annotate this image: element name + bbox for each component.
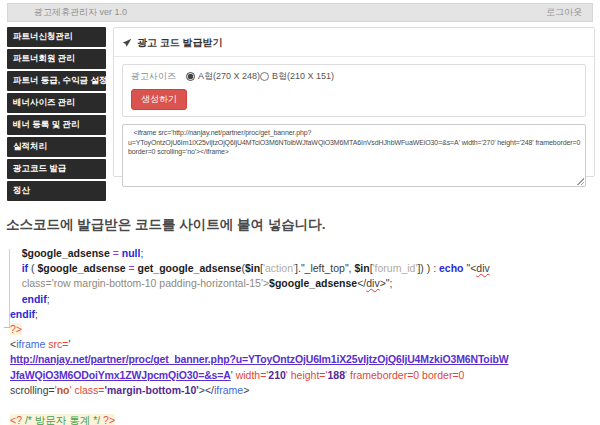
code-token: $google_adsense	[269, 277, 357, 289]
code-token	[10, 247, 22, 259]
code-line: JfaWQiO3M6ODoiYmx1ZWJpcmQiO30=&s=A' widt…	[10, 368, 600, 383]
code-line: <iframe src='	[10, 337, 600, 352]
code-line: scrolling='no' class='margin-bottom-10'>…	[10, 383, 600, 398]
code-token	[10, 262, 22, 274]
code-token: >	[243, 384, 249, 396]
code-line: $google_adsense = null;	[10, 246, 600, 261]
code-link[interactable]: JfaWQiO3M6ODoiYmx1ZWJpcmQiO30=&s=A	[10, 369, 231, 381]
panel-title: 광고 코드 발급받기	[122, 36, 586, 50]
code-token: 'forum_id'	[373, 262, 418, 274]
code-token: class=	[74, 384, 104, 396]
code-token	[10, 277, 22, 289]
code-token	[10, 399, 13, 411]
content-panel: 광고 코드 발급받기 광고사이즈 A형(270 X 248) B형(210 X …	[113, 27, 595, 177]
radio-size-b-label: B형(210 X 151)	[272, 70, 334, 83]
code-token: $google_adsense	[22, 247, 110, 259]
sidebar-item[interactable]: 광고코드 발급	[7, 159, 106, 179]
code-token: scrolling=	[10, 384, 55, 396]
resize-grip-icon[interactable]	[576, 177, 584, 185]
sidebar-item[interactable]: 파트너신청관리	[7, 27, 106, 47]
sidebar: 파트너신청관리파트너회원 관리파트너 등급, 수익금 설정배너사이즈 관리배너 …	[7, 27, 106, 203]
code-line: <? /* 방문자 통계 */ ?>	[10, 413, 600, 425]
code-token: ?>	[10, 323, 22, 335]
code-token: iframe	[214, 384, 243, 396]
code-token: ;	[35, 308, 38, 320]
code-token: </	[357, 277, 366, 289]
code-line	[10, 398, 600, 413]
code-token: /*	[25, 414, 35, 425]
divider	[114, 56, 594, 57]
code-token: iframe	[16, 338, 45, 350]
logout-link[interactable]: 로그아웃	[546, 6, 582, 19]
code-token: 통계	[69, 414, 90, 425]
code-token: ]) ) :	[417, 262, 439, 274]
code-token: 188	[328, 369, 346, 381]
code-token: <?	[10, 414, 25, 425]
code-token	[10, 293, 22, 305]
code-token: ;	[140, 247, 143, 259]
code-line: ?>	[10, 322, 600, 337]
code-line: endif;	[10, 307, 600, 322]
code-token: $google_adsense	[37, 262, 125, 274]
code-token: ></	[199, 384, 214, 396]
code-token: ]."_left_top",	[295, 262, 354, 274]
code-token: src=	[48, 338, 68, 350]
fold-dash-icon	[4, 327, 10, 328]
code-token: 'margin-bottom-10'	[105, 384, 199, 396]
instruction-text: 소스코드에 발급받은 코드를 사이트에 붙여 넣습니다.	[6, 216, 600, 234]
code-token: ?>	[100, 414, 115, 425]
source-code: $google_adsense = null; if ( $google_ads…	[10, 246, 600, 425]
sidebar-item[interactable]: 배너사이즈 관리	[7, 93, 106, 113]
code-token: null	[122, 247, 141, 259]
radio-size-a-label: A형(270 X 248)	[198, 70, 260, 83]
radio-size-a[interactable]	[186, 72, 195, 81]
code-line: endif;	[10, 292, 600, 307]
sidebar-item[interactable]: 정산	[7, 181, 106, 201]
indent-guide	[9, 249, 10, 327]
code-token: echo	[439, 262, 464, 274]
code-token: 방문자	[35, 414, 67, 425]
code-token: endif	[10, 308, 35, 320]
code-token: div	[366, 277, 379, 289]
textarea-line: <iframe src='http://nanjay.net/partner/p…	[128, 128, 580, 138]
code-token: 210	[268, 369, 286, 381]
sidebar-item[interactable]: 실적처리	[7, 137, 106, 157]
code-token: "<	[464, 262, 477, 274]
textarea-content: <iframe src='http://nanjay.net/partner/p…	[128, 128, 580, 157]
textarea-line: border=0 scrolling='no'></iframe>	[128, 147, 580, 157]
code-token: border=0	[422, 369, 464, 381]
code-token: width='	[236, 369, 269, 381]
code-token: endif	[22, 293, 47, 305]
ad-size-box: 광고사이즈 A형(270 X 248) B형(210 X 151) 생성하기	[122, 64, 586, 117]
code-token: height='	[291, 369, 328, 381]
code-textarea[interactable]: <iframe src='http://nanjay.net/partner/p…	[122, 124, 586, 187]
code-token: 'action'	[263, 262, 295, 274]
code-token: $in	[354, 262, 369, 274]
textarea-line: u=YToyOntzOjU6Im1iX25vIjtzOjQ6IjU4MTciO3…	[128, 138, 580, 148]
sidebar-item[interactable]: 파트너회원 관리	[7, 49, 106, 69]
code-line: if ( $google_adsense = get_google_adsens…	[10, 261, 600, 276]
code-token: >";	[380, 277, 393, 289]
sidebar-item[interactable]: 배너 등록 및 관리	[7, 115, 106, 135]
code-token: div	[476, 262, 489, 274]
send-icon	[122, 38, 132, 48]
code-line: class='row margin-bottom-10 padding-hori…	[10, 276, 600, 291]
header-bar: 광고제휴관리자 ver 1.0 로그아웃	[7, 3, 593, 22]
code-token: $in	[245, 262, 260, 274]
code-token: ;	[47, 293, 50, 305]
panel-title-label: 광고 코드 발급받기	[137, 36, 223, 50]
radio-size-b[interactable]	[260, 72, 269, 81]
code-token: class='row margin-bottom-10 padding-hori…	[22, 277, 269, 289]
admin-app: 광고제휴관리자 ver 1.0 로그아웃 파트너신청관리파트너회원 관리파트너 …	[0, 0, 600, 203]
app-title: 광고제휴관리자 ver 1.0	[34, 6, 127, 19]
sidebar-item[interactable]: 파트너 등급, 수익금 설정	[7, 71, 106, 91]
code-token: get_google_adsense	[138, 262, 242, 274]
code-token: '	[68, 338, 70, 350]
code-link[interactable]: http://nanjay.net/partner/proc/get_banne…	[10, 353, 508, 365]
code-token: no	[57, 384, 70, 396]
code-line: http://nanjay.net/partner/proc/get_banne…	[10, 352, 600, 367]
generate-button[interactable]: 생성하기	[131, 89, 187, 110]
code-token: */	[90, 414, 100, 425]
code-token: frameborder=0	[350, 369, 419, 381]
ad-size-label: 광고사이즈	[131, 70, 176, 83]
